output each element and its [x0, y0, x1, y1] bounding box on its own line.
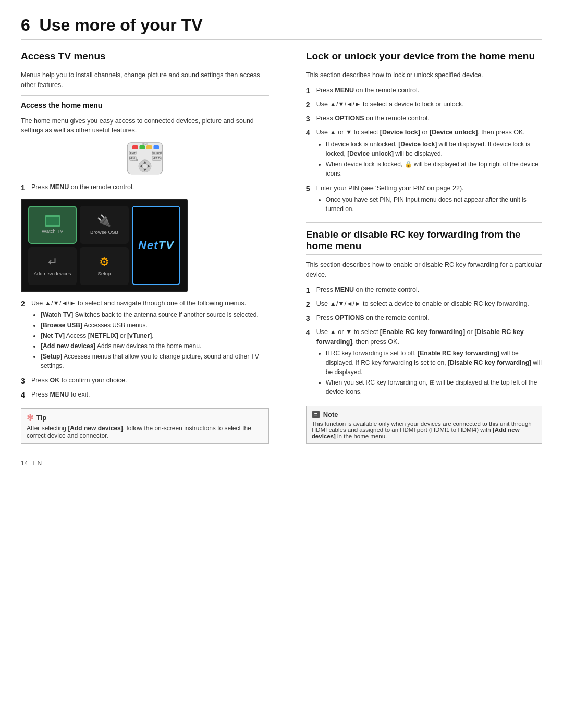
svg-rect-2 [139, 145, 145, 149]
chapter-number: 6 [21, 16, 30, 34]
page-lang: EN [33, 460, 42, 467]
step4-text: Press MENU to exit. [31, 390, 269, 401]
lock-unlock-intro: This section describes how to lock or un… [306, 70, 542, 80]
lock-step-1: 1 Press MENU on the remote control. [306, 85, 542, 96]
watch-tv-label: Watch TV [42, 228, 63, 234]
step-2: 2 Use ▲/▼/◄/► to select and navigate thr… [21, 299, 269, 373]
remote-diagram: EXIT SOURCE NET TV EXIT MENU [114, 141, 176, 176]
access-tv-menus-title: Access TV menus [21, 51, 269, 65]
chapter-title: 6 Use more of your TV [21, 16, 542, 40]
menu-grid: Watch TV 🔌 Browse USB NetTV [22, 200, 187, 291]
note-text: This function is available only when you… [312, 421, 536, 439]
lock-steps-list: 1 Press MENU on the remote control. 2 Us… [306, 85, 542, 216]
svg-point-15 [142, 164, 148, 169]
note-header-label: Note [323, 411, 338, 418]
tip-header: ✻ Tip [27, 413, 263, 423]
net-tv-item: NetTV [132, 206, 180, 285]
setup-label: Setup [98, 270, 111, 276]
lock-step-4: 4 Use ▲ or ▼ to select [Device lock] or … [306, 128, 542, 180]
svg-text:EXIT: EXIT [130, 152, 136, 155]
rc-bullets-4: If RC key forwarding is set to off, [Ena… [316, 349, 542, 397]
usb-icon: 🔌 [97, 214, 111, 228]
rc-bullet-4a: If RC key forwarding is set to off, [Ena… [326, 349, 542, 377]
rc-bullet-4b: When you set RC key forwarding on, ⊞ wil… [326, 378, 542, 397]
svg-text:DEMO: DEMO [142, 143, 148, 145]
step3-text: Press OK to confirm your choice. [31, 376, 269, 387]
note-header: = Note [312, 411, 536, 418]
right-column: Lock or unlock your device from the home… [290, 51, 542, 444]
net-tv-text: NetTV [138, 239, 174, 252]
step-1: 1 Press MENU on the remote control. [21, 182, 269, 193]
lock-unlock-title: Lock or unlock your device from the home… [306, 51, 542, 65]
lock-step-2: 2 Use ▲/▼/◄/► to select a device to lock… [306, 100, 542, 110]
add-devices-label: Add new devices [34, 270, 71, 276]
step-3: 3 Press OK to confirm your choice. [21, 376, 269, 387]
setup-item: ⚙ Setup [80, 247, 128, 285]
steps-2-4: 2 Use ▲/▼/◄/► to select and navigate thr… [21, 299, 269, 401]
svg-rect-3 [146, 145, 152, 149]
remote-diagram-container: EXIT SOURCE NET TV EXIT MENU [21, 141, 269, 176]
lock-step-5: 5 Enter your PIN (see 'Setting your PIN'… [306, 183, 542, 216]
bullet-setup: [Setup] Accesses menus that allow you to… [41, 352, 269, 371]
rc-step-3: 3 Press OPTIONS on the remote control. [306, 313, 542, 324]
page-number: 14 [21, 460, 28, 467]
tip-box: ✻ Tip After selecting [Add new devices],… [21, 408, 269, 444]
rc-forwarding-title: Enable or disable RC key forwarding from… [306, 229, 542, 255]
page-footer: 14 EN [21, 460, 542, 467]
tip-star-icon: ✻ [27, 413, 33, 423]
menu-screenshot: Watch TV 🔌 Browse USB NetTV [21, 199, 188, 292]
tip-text: After selecting [Add new devices], follo… [27, 425, 263, 439]
tip-header-label: Tip [36, 414, 46, 422]
bullet-add-devices: [Add new devices] Adds new devices to th… [41, 341, 269, 351]
note-box: = Note This function is available only w… [306, 406, 542, 444]
step2-text: Use ▲/▼/◄/► to select and navigate throu… [31, 300, 246, 307]
rc-step-2: 2 Use ▲/▼/◄/► to select a device to enab… [306, 299, 542, 310]
add-devices-icon: ↵ [48, 255, 57, 269]
bullet-browse-usb: [Browse USB] Accesses USB menus. [41, 320, 269, 330]
lock-step-3: 3 Press OPTIONS on the remote control. [306, 114, 542, 125]
home-menu-desc: The home menu gives you easy access to c… [21, 116, 269, 136]
lock-bullet-4a: If device lock is unlocked, [Device lock… [326, 140, 542, 158]
svg-text:SOURCE: SOURCE [152, 152, 162, 155]
svg-text:MENU: MENU [129, 157, 136, 160]
left-column: Access TV menus Menus help you to instal… [21, 51, 269, 444]
rc-steps-list: 1 Press MENU on the remote control. 2 Us… [306, 285, 542, 399]
rc-step-4: 4 Use ▲ or ▼ to select [Enable RC key fo… [306, 327, 542, 399]
access-tv-intro: Menus help you to install channels, chan… [21, 70, 269, 90]
page-container: 6 Use more of your TV Access TV menus Me… [21, 16, 542, 467]
tv-icon [45, 215, 60, 227]
chapter-title-text: Use more of your TV [40, 16, 203, 34]
add-devices-item: ↵ Add new devices [28, 247, 77, 285]
lock-bullet-4b: When device lock is locked, 🔒 will be di… [326, 159, 542, 178]
two-column-layout: Access TV menus Menus help you to instal… [21, 51, 542, 444]
left-steps: 1 Press MENU on the remote control. [21, 182, 269, 193]
access-home-menu-title: Access the home menu [21, 101, 269, 112]
gear-icon: ⚙ [99, 255, 109, 269]
browse-usb-item: 🔌 Browse USB [80, 206, 128, 244]
svg-rect-1 [132, 145, 138, 149]
lock-bullets-5: Once you have set PIN, PIN input menu do… [316, 195, 542, 214]
lock-bullet-5a: Once you have set PIN, PIN input menu do… [326, 195, 542, 214]
rc-step-1: 1 Press MENU on the remote control. [306, 285, 542, 296]
step1-text: Press MENU on the remote control. [31, 182, 269, 193]
bullet-net-tv: [Net TV] Access [NETFLIX] or [vTuner]. [41, 331, 269, 340]
watch-tv-item: Watch TV [28, 206, 77, 244]
menu-screenshot-area: Watch TV 🔌 Browse USB NetTV [21, 199, 269, 292]
svg-text:NET TV: NET TV [152, 157, 161, 160]
note-icon: = [312, 411, 320, 418]
bullet-watch-tv: [Watch TV] Switches back to the antenna … [41, 310, 269, 319]
step-4: 4 Press MENU to exit. [21, 390, 269, 401]
menu-options-list: [Watch TV] Switches back to the antenna … [31, 310, 269, 371]
lock-bullets-4: If device lock is unlocked, [Device lock… [316, 140, 542, 178]
browse-usb-label: Browse USB [90, 229, 118, 235]
svg-rect-4 [153, 145, 159, 149]
rc-forwarding-intro: This section describes how to enable or … [306, 260, 542, 280]
